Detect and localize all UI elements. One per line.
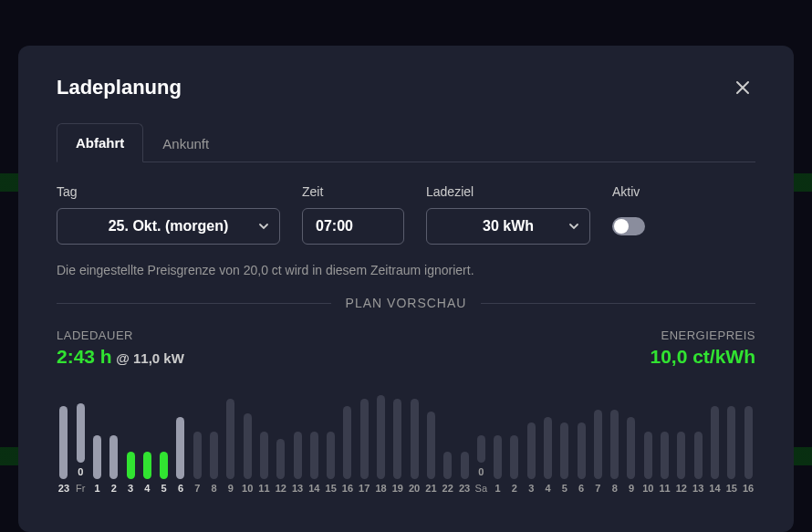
chart-bar: 6 [574,422,588,494]
chart-bar: 14 [307,432,321,494]
chart-bar: 22 [441,452,455,494]
chart-bar: 15 [724,406,739,494]
price-chart: 230Fr12345678910111213141516171819202122… [57,384,755,494]
chart-bar: 16 [741,406,755,494]
chart-bar: 20 [407,399,422,494]
chart-bar: 19 [390,399,405,494]
chart-bar: 10 [240,413,255,494]
target-label: Ladeziel [426,184,590,199]
preview-heading: PLAN VORSCHAU [346,296,467,310]
chart-bar: 10 [640,432,655,494]
chart-bar: 8 [207,432,222,494]
chart-bar: 21 [424,412,439,494]
chart-bar: 3 [123,452,138,494]
duration-label: LADEDAUER [57,329,184,342]
chart-bar: 7 [591,410,606,494]
divider [481,303,755,304]
chart-bar: 9 [224,399,238,494]
chart-bar: 23 [457,452,472,494]
active-label: Aktiv [612,184,645,199]
chart-bar: 11 [257,432,272,494]
chart-bar: 4 [541,417,556,494]
tab-arrival[interactable]: Ankunft [143,123,228,162]
chart-bar: 8 [608,410,622,494]
close-icon [734,78,752,97]
chart-bar: 7 [190,432,204,494]
time-label: Zeit [302,184,404,199]
modal-title: Ladeplanung [57,76,182,99]
day-select[interactable]: 25. Okt. (morgen) [57,208,280,245]
chart-bar: 23 [57,406,71,494]
duration-sub: @ 11,0 kW [116,350,184,366]
chart-bar: 2 [507,435,522,494]
chart-bar: 11 [658,432,672,494]
chart-bar: 9 [624,417,639,494]
info-text: Die eingestellte Preisgrenze von 20,0 ct… [57,263,755,277]
tabs: Abfahrt Ankunft [57,122,755,162]
chart-bar: 13 [290,432,305,494]
chart-bar: 1 [491,435,505,494]
chart-bar: 0Fr [73,403,88,494]
chart-bar: 4 [140,452,154,494]
chart-bar: 15 [324,432,338,494]
tab-departure[interactable]: Abfahrt [57,123,143,162]
target-select[interactable]: 30 kWh [426,208,590,245]
chart-bar: 16 [340,406,355,494]
close-button[interactable] [730,75,755,100]
chart-bar: 0Sa [474,435,488,494]
chart-bar: 14 [708,406,723,494]
chart-bar: 12 [674,432,689,494]
active-toggle[interactable] [612,217,645,235]
charge-planning-modal: Ladeplanung Abfahrt Ankunft Tag 25. Okt.… [18,46,794,532]
divider [57,303,331,304]
chart-bar: 17 [357,399,371,494]
day-label: Tag [57,184,280,199]
price-value: 10,0 ct/kWh [650,346,755,368]
duration-value: 2:43 h [57,346,112,367]
chart-bar: 18 [374,395,389,494]
chart-bar: 1 [90,435,105,494]
time-input[interactable] [302,208,404,245]
chart-bar: 2 [107,435,121,494]
chart-bar: 5 [157,452,172,494]
chart-bar: 13 [691,432,705,494]
chart-bar: 5 [557,422,572,494]
chart-bar: 3 [524,422,538,494]
price-label: ENERGIEPREIS [650,329,755,342]
chart-bar: 6 [173,417,188,494]
chart-bar: 12 [274,439,288,494]
